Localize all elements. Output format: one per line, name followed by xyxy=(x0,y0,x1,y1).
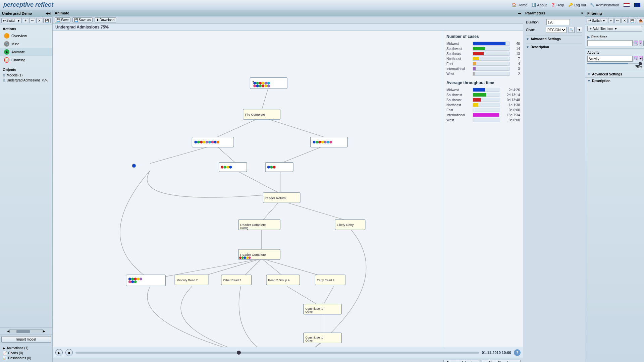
activity-slider-row xyxy=(587,63,642,64)
throughput-row-international: International 18d 7:34 xyxy=(446,113,520,117)
collapse-desc-icon: ▼ xyxy=(526,45,529,49)
sidebar-title: Undergrad Demo xyxy=(2,11,32,15)
download-button[interactable]: ⬇ Download xyxy=(95,17,116,22)
animate-collapse-icon[interactable]: ▬ xyxy=(518,11,521,15)
tp-southeast-label: Southeast xyxy=(446,98,471,102)
main-right-area: Parameters » Duration: Chart: REGION 🔍 xyxy=(523,10,644,362)
legend-panel: Number of cases Midwest 40 Southwest xyxy=(443,31,523,347)
save-as-button[interactable]: 💾 Save as xyxy=(72,17,93,22)
svg-point-7 xyxy=(267,82,270,84)
filter-import-button[interactable]: 📥 xyxy=(637,18,644,23)
path-filter-collapse-icon[interactable]: ▶ xyxy=(587,35,590,39)
tp-international-label: International xyxy=(446,113,471,117)
chart-row: Chart: REGION 🔍 ▼ xyxy=(526,27,582,33)
description-filter-label: Description xyxy=(592,79,610,83)
process-map[interactable]: ● xyxy=(53,31,443,347)
import-model-button[interactable]: Import model xyxy=(1,336,51,343)
activity-slider-thumb[interactable] xyxy=(639,62,642,65)
activity-search-button[interactable]: 🔍 xyxy=(634,56,638,61)
svg-point-36 xyxy=(221,166,223,169)
sidebar-item-animate[interactable]: ▶ Animate xyxy=(0,48,52,56)
advanced-filter-header[interactable]: ▼ Advanced Settings xyxy=(587,72,642,76)
advanced-settings-label: Advanced Settings xyxy=(531,37,561,41)
sidebar-item-charting[interactable]: 📊 Charting xyxy=(0,56,52,64)
chart-search-button[interactable]: 🔍 xyxy=(569,27,574,33)
svg-point-11 xyxy=(262,84,264,87)
duration-input[interactable] xyxy=(546,19,570,25)
filter-delete-button[interactable]: ✕ xyxy=(622,18,628,23)
advanced-settings-header[interactable]: ▼ Advanced Settings xyxy=(526,37,582,41)
legend-row-southeast: Southeast 13 xyxy=(446,52,520,56)
animate-label: Animate xyxy=(11,50,25,54)
timeline-thumb[interactable] xyxy=(237,351,241,355)
center-content: Animate ▬ 💾 Save 💾 Save as ⬇ Download Un… xyxy=(53,10,523,362)
switch-filter-icon: ⇄ xyxy=(588,19,591,22)
east-bar-container xyxy=(473,62,509,66)
stop-button[interactable]: ■ xyxy=(65,349,73,356)
sidebar-item-charts[interactable]: 📈 Charts (0) xyxy=(3,351,50,356)
filtering-switch-button[interactable]: ⇄ Switch ▼ xyxy=(587,18,607,23)
filtering-toolbar: ⇄ Switch ▼ + ✏ ✕ 💾 📥 xyxy=(585,17,644,24)
bottom-bar: Generate Animation ▶ Show filtered cases xyxy=(53,358,523,362)
download-icon: ⬇ xyxy=(96,18,99,22)
sidebar-item-undergrad[interactable]: ⊞ Undergrad Admissions 75% xyxy=(0,78,52,83)
scroll-left-icon[interactable]: ◀ xyxy=(7,329,9,333)
svg-point-56 xyxy=(246,256,249,259)
svg-point-42 xyxy=(270,166,273,169)
chart-expand-button[interactable]: ▼ xyxy=(577,27,582,33)
path-filter-input[interactable] xyxy=(587,40,633,46)
delete-button[interactable]: ✕ xyxy=(36,18,42,23)
add-filter-item-button[interactable]: + Add filter item ▼ xyxy=(587,26,642,32)
tp-midwest-value: 2d 4:26 xyxy=(501,88,520,92)
activity-input[interactable] xyxy=(587,56,633,62)
sidebar-item-models[interactable]: ⊞ Models (1) xyxy=(0,73,52,78)
help-circle-button[interactable]: ? xyxy=(514,349,521,356)
filter-add-button[interactable]: + xyxy=(608,18,613,23)
filter-switch-dropdown: ▼ xyxy=(602,19,605,22)
activity-filter-header: Activity xyxy=(587,51,642,54)
svg-point-57 xyxy=(249,256,251,259)
params-expand-icon[interactable]: » xyxy=(581,11,583,15)
add-button[interactable]: + xyxy=(23,18,28,23)
svg-point-43 xyxy=(273,166,275,169)
activity-slider-track[interactable] xyxy=(587,63,642,64)
chart-select[interactable]: REGION xyxy=(546,27,567,33)
svg-text:Reader Return: Reader Return xyxy=(264,196,286,200)
svg-point-20 xyxy=(203,141,205,143)
svg-point-27 xyxy=(313,141,315,143)
activity-expand-button[interactable]: ▼ xyxy=(639,56,643,61)
description-filter-header[interactable]: ▼ Description xyxy=(587,79,642,83)
flag-us-icon xyxy=(623,3,630,7)
west-label: West xyxy=(446,72,471,76)
save-sidebar-button[interactable]: 💾 xyxy=(43,18,51,23)
flag-gb-icon xyxy=(634,3,641,7)
sidebar-item-animations[interactable]: ▶ Animations (1) xyxy=(3,346,50,351)
scroll-right-icon[interactable]: ▶ xyxy=(43,329,45,333)
save-animate-button[interactable]: 💾 Save xyxy=(55,17,70,22)
params-body: Duration: Chart: REGION 🔍 ▼ ▼ xyxy=(523,16,585,53)
help-nav-item[interactable]: ❓ Help xyxy=(551,3,564,7)
play-button[interactable]: ▶ xyxy=(55,349,63,356)
path-filter-clear-button[interactable]: ✕ xyxy=(639,41,642,46)
timeline-track[interactable] xyxy=(75,352,479,354)
sidebar-item-mine[interactable]: 🔧 Mine xyxy=(0,40,52,48)
logout-nav-item[interactable]: 🔑 Log out xyxy=(568,3,586,7)
show-filtered-cases-button[interactable]: ▶ Show filtered cases xyxy=(482,360,521,362)
switch-button[interactable]: ⇄ Switch ▼ xyxy=(1,18,22,23)
about-nav-item[interactable]: ℹ️ About xyxy=(531,3,547,7)
horizontal-scrollbar[interactable] xyxy=(9,329,43,333)
home-nav-item[interactable]: 🏠 Home xyxy=(512,3,527,7)
sidebar-item-overview[interactable]: 🔶 Overview xyxy=(0,32,52,40)
tp-international-value: 18d 7:34 xyxy=(501,113,520,117)
description-header[interactable]: ▼ Description xyxy=(526,45,582,49)
sidebar-collapse-icon[interactable]: ◀◀ xyxy=(46,12,50,15)
administration-nav-item[interactable]: 🔧 Administration xyxy=(590,3,619,7)
filter-save-button[interactable]: 💾 xyxy=(629,18,636,23)
throughput-row-northeast: Northeast 1d 1:38 xyxy=(446,103,520,107)
edit-button[interactable]: ✏ xyxy=(29,18,35,23)
path-filter-search-button[interactable]: 🔍 xyxy=(634,41,638,46)
sidebar-item-dashboards[interactable]: 📊 Dashboards (0) xyxy=(3,356,50,361)
filter-edit-button[interactable]: ✏ xyxy=(614,18,621,23)
generate-animation-button[interactable]: Generate Animation xyxy=(443,360,479,362)
tp-southeast-bar-container xyxy=(473,98,499,102)
